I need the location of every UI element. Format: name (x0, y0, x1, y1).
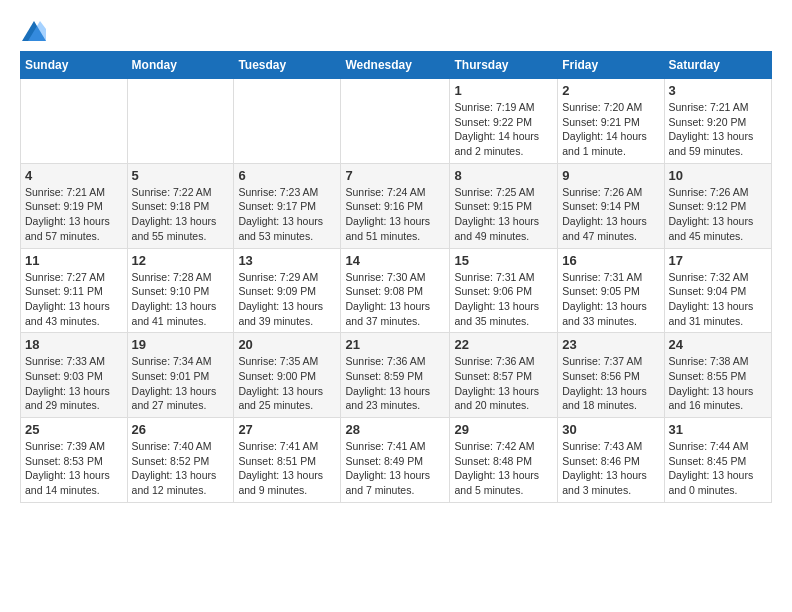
day-info: Sunrise: 7:37 AM Sunset: 8:56 PM Dayligh… (562, 354, 659, 413)
day-number: 22 (454, 337, 553, 352)
day-info: Sunrise: 7:27 AM Sunset: 9:11 PM Dayligh… (25, 270, 123, 329)
calendar-cell: 29Sunrise: 7:42 AM Sunset: 8:48 PM Dayli… (450, 418, 558, 503)
day-info: Sunrise: 7:30 AM Sunset: 9:08 PM Dayligh… (345, 270, 445, 329)
calendar-cell: 17Sunrise: 7:32 AM Sunset: 9:04 PM Dayli… (664, 248, 771, 333)
page-header (20, 20, 772, 41)
day-number: 26 (132, 422, 230, 437)
day-info: Sunrise: 7:29 AM Sunset: 9:09 PM Dayligh… (238, 270, 336, 329)
day-number: 13 (238, 253, 336, 268)
day-info: Sunrise: 7:24 AM Sunset: 9:16 PM Dayligh… (345, 185, 445, 244)
calendar-cell: 13Sunrise: 7:29 AM Sunset: 9:09 PM Dayli… (234, 248, 341, 333)
day-number: 28 (345, 422, 445, 437)
day-number: 3 (669, 83, 767, 98)
calendar-cell (21, 79, 128, 164)
day-info: Sunrise: 7:39 AM Sunset: 8:53 PM Dayligh… (25, 439, 123, 498)
calendar-cell: 3Sunrise: 7:21 AM Sunset: 9:20 PM Daylig… (664, 79, 771, 164)
week-row-2: 4Sunrise: 7:21 AM Sunset: 9:19 PM Daylig… (21, 163, 772, 248)
day-number: 6 (238, 168, 336, 183)
day-number: 2 (562, 83, 659, 98)
day-info: Sunrise: 7:20 AM Sunset: 9:21 PM Dayligh… (562, 100, 659, 159)
header-friday: Friday (558, 52, 664, 79)
day-number: 23 (562, 337, 659, 352)
calendar-cell: 1Sunrise: 7:19 AM Sunset: 9:22 PM Daylig… (450, 79, 558, 164)
day-number: 1 (454, 83, 553, 98)
calendar-cell: 6Sunrise: 7:23 AM Sunset: 9:17 PM Daylig… (234, 163, 341, 248)
day-info: Sunrise: 7:41 AM Sunset: 8:49 PM Dayligh… (345, 439, 445, 498)
day-info: Sunrise: 7:44 AM Sunset: 8:45 PM Dayligh… (669, 439, 767, 498)
calendar-cell: 15Sunrise: 7:31 AM Sunset: 9:06 PM Dayli… (450, 248, 558, 333)
calendar-cell: 24Sunrise: 7:38 AM Sunset: 8:55 PM Dayli… (664, 333, 771, 418)
calendar-cell: 18Sunrise: 7:33 AM Sunset: 9:03 PM Dayli… (21, 333, 128, 418)
day-info: Sunrise: 7:42 AM Sunset: 8:48 PM Dayligh… (454, 439, 553, 498)
logo (20, 20, 46, 41)
calendar-cell: 9Sunrise: 7:26 AM Sunset: 9:14 PM Daylig… (558, 163, 664, 248)
calendar-cell: 4Sunrise: 7:21 AM Sunset: 9:19 PM Daylig… (21, 163, 128, 248)
calendar-cell: 26Sunrise: 7:40 AM Sunset: 8:52 PM Dayli… (127, 418, 234, 503)
day-info: Sunrise: 7:32 AM Sunset: 9:04 PM Dayligh… (669, 270, 767, 329)
calendar-cell: 30Sunrise: 7:43 AM Sunset: 8:46 PM Dayli… (558, 418, 664, 503)
day-number: 15 (454, 253, 553, 268)
calendar-table: SundayMondayTuesdayWednesdayThursdayFrid… (20, 51, 772, 503)
day-number: 14 (345, 253, 445, 268)
header-monday: Monday (127, 52, 234, 79)
day-number: 7 (345, 168, 445, 183)
day-info: Sunrise: 7:38 AM Sunset: 8:55 PM Dayligh… (669, 354, 767, 413)
week-row-1: 1Sunrise: 7:19 AM Sunset: 9:22 PM Daylig… (21, 79, 772, 164)
day-info: Sunrise: 7:31 AM Sunset: 9:06 PM Dayligh… (454, 270, 553, 329)
calendar-cell: 21Sunrise: 7:36 AM Sunset: 8:59 PM Dayli… (341, 333, 450, 418)
day-info: Sunrise: 7:36 AM Sunset: 8:59 PM Dayligh… (345, 354, 445, 413)
week-row-3: 11Sunrise: 7:27 AM Sunset: 9:11 PM Dayli… (21, 248, 772, 333)
day-number: 10 (669, 168, 767, 183)
calendar-cell: 27Sunrise: 7:41 AM Sunset: 8:51 PM Dayli… (234, 418, 341, 503)
week-row-4: 18Sunrise: 7:33 AM Sunset: 9:03 PM Dayli… (21, 333, 772, 418)
day-info: Sunrise: 7:23 AM Sunset: 9:17 PM Dayligh… (238, 185, 336, 244)
day-info: Sunrise: 7:35 AM Sunset: 9:00 PM Dayligh… (238, 354, 336, 413)
day-number: 31 (669, 422, 767, 437)
calendar-cell: 12Sunrise: 7:28 AM Sunset: 9:10 PM Dayli… (127, 248, 234, 333)
calendar-cell: 2Sunrise: 7:20 AM Sunset: 9:21 PM Daylig… (558, 79, 664, 164)
calendar-cell: 22Sunrise: 7:36 AM Sunset: 8:57 PM Dayli… (450, 333, 558, 418)
logo-icon (22, 21, 46, 41)
day-info: Sunrise: 7:34 AM Sunset: 9:01 PM Dayligh… (132, 354, 230, 413)
calendar-cell: 23Sunrise: 7:37 AM Sunset: 8:56 PM Dayli… (558, 333, 664, 418)
day-number: 21 (345, 337, 445, 352)
day-info: Sunrise: 7:21 AM Sunset: 9:19 PM Dayligh… (25, 185, 123, 244)
day-number: 25 (25, 422, 123, 437)
calendar-cell: 19Sunrise: 7:34 AM Sunset: 9:01 PM Dayli… (127, 333, 234, 418)
day-number: 16 (562, 253, 659, 268)
day-number: 12 (132, 253, 230, 268)
calendar-cell (234, 79, 341, 164)
calendar-cell: 31Sunrise: 7:44 AM Sunset: 8:45 PM Dayli… (664, 418, 771, 503)
header-sunday: Sunday (21, 52, 128, 79)
day-number: 4 (25, 168, 123, 183)
calendar-cell: 5Sunrise: 7:22 AM Sunset: 9:18 PM Daylig… (127, 163, 234, 248)
day-info: Sunrise: 7:26 AM Sunset: 9:12 PM Dayligh… (669, 185, 767, 244)
day-number: 8 (454, 168, 553, 183)
header-tuesday: Tuesday (234, 52, 341, 79)
day-info: Sunrise: 7:26 AM Sunset: 9:14 PM Dayligh… (562, 185, 659, 244)
day-info: Sunrise: 7:43 AM Sunset: 8:46 PM Dayligh… (562, 439, 659, 498)
day-number: 11 (25, 253, 123, 268)
calendar-cell: 16Sunrise: 7:31 AM Sunset: 9:05 PM Dayli… (558, 248, 664, 333)
day-info: Sunrise: 7:25 AM Sunset: 9:15 PM Dayligh… (454, 185, 553, 244)
day-number: 30 (562, 422, 659, 437)
calendar-cell: 20Sunrise: 7:35 AM Sunset: 9:00 PM Dayli… (234, 333, 341, 418)
day-info: Sunrise: 7:40 AM Sunset: 8:52 PM Dayligh… (132, 439, 230, 498)
day-info: Sunrise: 7:22 AM Sunset: 9:18 PM Dayligh… (132, 185, 230, 244)
day-info: Sunrise: 7:41 AM Sunset: 8:51 PM Dayligh… (238, 439, 336, 498)
day-number: 17 (669, 253, 767, 268)
calendar-cell (341, 79, 450, 164)
calendar-cell: 25Sunrise: 7:39 AM Sunset: 8:53 PM Dayli… (21, 418, 128, 503)
day-number: 20 (238, 337, 336, 352)
day-number: 19 (132, 337, 230, 352)
day-number: 5 (132, 168, 230, 183)
calendar-cell (127, 79, 234, 164)
day-number: 18 (25, 337, 123, 352)
calendar-cell: 11Sunrise: 7:27 AM Sunset: 9:11 PM Dayli… (21, 248, 128, 333)
day-number: 29 (454, 422, 553, 437)
day-info: Sunrise: 7:21 AM Sunset: 9:20 PM Dayligh… (669, 100, 767, 159)
header-saturday: Saturday (664, 52, 771, 79)
header-wednesday: Wednesday (341, 52, 450, 79)
calendar-cell: 7Sunrise: 7:24 AM Sunset: 9:16 PM Daylig… (341, 163, 450, 248)
calendar-cell: 14Sunrise: 7:30 AM Sunset: 9:08 PM Dayli… (341, 248, 450, 333)
